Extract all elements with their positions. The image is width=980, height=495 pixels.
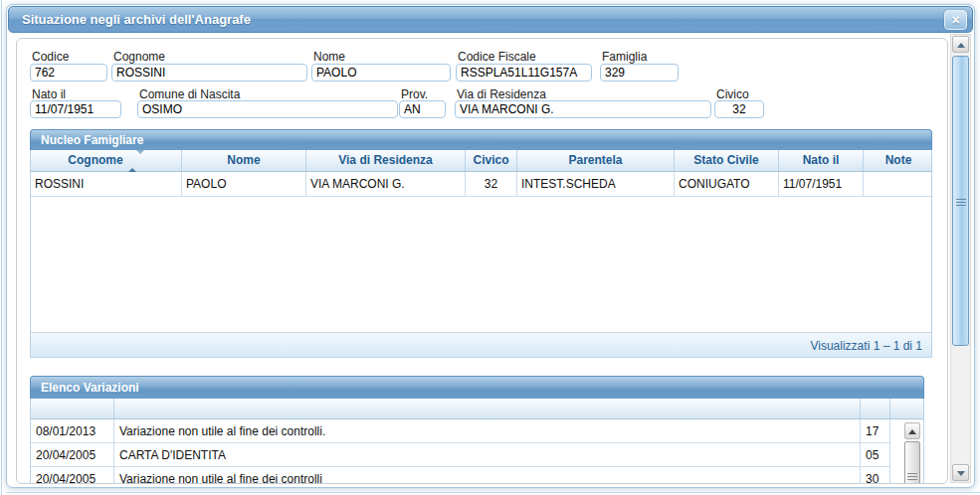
col-header-stato-civile[interactable]: Stato Civile: [675, 150, 779, 171]
famiglia-field[interactable]: [600, 64, 679, 82]
elenco-variazioni-table: 08/01/2013 Variazione non utile al fine …: [30, 399, 924, 484]
dialog-titlebar[interactable]: Situazione negli archivi dell'Anagrafe ×: [8, 6, 973, 33]
codice-field[interactable]: [30, 64, 107, 82]
variazioni-scrollbar-thumb[interactable]: [904, 441, 920, 484]
nucleo-famigliare-header: Nucleo Famigliare: [30, 129, 932, 150]
nucleo-empty-area: [31, 197, 931, 332]
background-edge-line: [1, 0, 2, 495]
nome-label: Nome: [313, 50, 345, 64]
nucleo-pager-status: Visualizzati 1 – 1 di 1: [31, 332, 931, 357]
close-button[interactable]: ×: [944, 10, 967, 30]
variazioni-scroll-up-button[interactable]: [904, 422, 920, 439]
prov-field[interactable]: [399, 100, 446, 118]
col-header-spacer: [890, 399, 923, 418]
cognome-field[interactable]: [111, 64, 307, 82]
dialog-title: Situazione negli archivi dell'Anagrafe: [22, 12, 251, 27]
col-header-data: [31, 399, 114, 418]
nucleo-famigliare-section: Nucleo Famigliare Cognome Nome Via di Re…: [30, 129, 932, 358]
codice-fiscale-label: Codice Fiscale: [458, 50, 536, 64]
cell-nome: PAOLO: [182, 172, 306, 197]
content-panel: Codice Cognome Nome Codice Fiscale Famig…: [16, 38, 948, 484]
anagrafe-dialog: Situazione negli archivi dell'Anagrafe ×…: [6, 4, 975, 488]
variazioni-scrollbar[interactable]: [903, 421, 921, 484]
codice-label: Codice: [32, 50, 69, 64]
via-residenza-label: Via di Residenza: [457, 87, 546, 101]
cell-descrizione: CARTA D'IDENTITA: [114, 443, 861, 467]
dialog-scrollbar[interactable]: [950, 34, 971, 483]
dialog-scroll-down-button[interactable]: [952, 464, 969, 481]
nucleo-famigliare-table: Cognome Nome Via di Residenza Civico Par…: [30, 150, 932, 358]
variazione-row[interactable]: 20/04/2005 CARTA D'IDENTITA 05: [31, 443, 923, 467]
elenco-variazioni-header: Elenco Variazioni: [30, 376, 924, 399]
col-header-civico[interactable]: Civico: [466, 150, 517, 171]
variazioni-header-row: [31, 399, 923, 419]
nato-il-label: Nato il: [32, 87, 66, 101]
background-bottom-line: [6, 492, 980, 493]
elenco-variazioni-section: Elenco Variazioni 08/01/2013 Variazione …: [30, 376, 924, 484]
col-header-parentela[interactable]: Parentela: [517, 150, 675, 171]
cell-nato-il: 11/07/1951: [779, 172, 864, 197]
codice-fiscale-field[interactable]: [456, 64, 592, 82]
cell-codice: 17: [861, 419, 890, 443]
col-header-note[interactable]: Note: [864, 150, 933, 171]
civico-field[interactable]: [714, 100, 764, 118]
cell-data: 08/01/2013: [31, 419, 114, 443]
cell-descrizione: Variazione non utile al fine dei control…: [114, 467, 861, 484]
cell-descrizione: Variazione non utile al fine dei control…: [114, 419, 861, 443]
cell-cognome: ROSSINI: [31, 172, 182, 197]
cell-data: 20/04/2005: [31, 467, 114, 484]
via-residenza-field[interactable]: [455, 100, 711, 118]
cell-stato-civile: CONIUGATO: [675, 172, 779, 197]
cell-codice: 30: [861, 467, 890, 484]
scroll-up-icon: [957, 43, 965, 48]
scroll-up-icon: [908, 429, 916, 434]
cognome-label: Cognome: [113, 50, 165, 64]
cell-note: [864, 172, 933, 197]
thumb-grip-icon: [907, 473, 917, 482]
scroll-down-icon: [957, 471, 965, 476]
sort-icon: [128, 154, 144, 168]
comune-nascita-label: Comune di Nascita: [139, 87, 240, 101]
nucleo-header-row: Cognome Nome Via di Residenza Civico Par…: [31, 150, 931, 172]
col-header-via-residenza[interactable]: Via di Residenza: [306, 150, 466, 171]
civico-label: Civico: [716, 87, 749, 101]
nucleo-table-row[interactable]: ROSSINI PAOLO VIA MARCONI G. 32 INTEST.S…: [31, 172, 931, 197]
col-header-nato-il[interactable]: Nato il: [779, 150, 864, 171]
dialog-scrollbar-thumb[interactable]: [952, 56, 969, 346]
col-header-nome[interactable]: Nome: [182, 150, 306, 171]
cell-parentela: INTEST.SCHEDA: [517, 172, 675, 197]
variazione-row[interactable]: 20/04/2005 Variazione non utile al fine …: [31, 467, 923, 484]
thumb-grip-icon: [956, 199, 966, 208]
cell-codice: 05: [861, 443, 890, 467]
dialog-scroll-up-button[interactable]: [952, 36, 969, 53]
nome-field[interactable]: [311, 64, 451, 82]
cell-via-residenza: VIA MARCONI G.: [306, 172, 466, 197]
nato-il-field[interactable]: [30, 100, 121, 118]
variazione-row[interactable]: 08/01/2013 Variazione non utile al fine …: [31, 419, 923, 443]
prov-label: Prov.: [401, 87, 428, 101]
comune-nascita-field[interactable]: [137, 100, 398, 118]
cell-civico: 32: [466, 172, 517, 197]
famiglia-label: Famiglia: [602, 50, 647, 64]
cell-data: 20/04/2005: [31, 443, 114, 467]
col-header-cognome[interactable]: Cognome: [31, 150, 182, 171]
col-header-descrizione: [114, 399, 861, 418]
close-icon: ×: [951, 12, 959, 28]
col-header-codice-variazione: [861, 399, 890, 418]
